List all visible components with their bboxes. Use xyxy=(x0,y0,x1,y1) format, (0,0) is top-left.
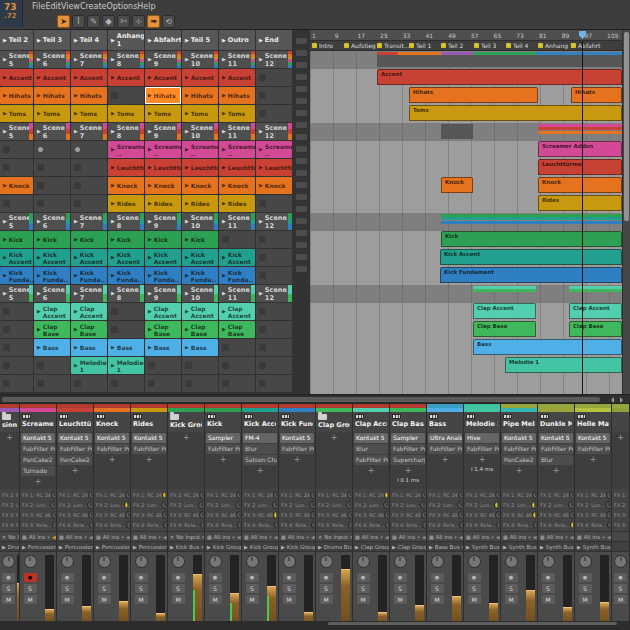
clip-cell[interactable]: ▶Accent xyxy=(108,69,144,86)
stop-button[interactable] xyxy=(74,200,81,207)
solo-button[interactable]: S xyxy=(320,584,333,593)
channel-header[interactable]: Leuchttürme xyxy=(57,412,93,432)
device-slot[interactable]: Kontakt 5 xyxy=(132,433,166,443)
group-scene-cell[interactable]: ▶Scene 9 xyxy=(145,123,181,140)
record-arm-button[interactable]: ● xyxy=(24,573,37,582)
input-routing-row[interactable]: ▦All ins▾◀ xyxy=(279,531,315,541)
cue-marker[interactable]: Teil 4 xyxy=(506,42,528,49)
arranger-clip[interactable]: Kick xyxy=(441,231,622,247)
cue-marker[interactable]: Abfahrt xyxy=(571,42,600,49)
volume-fader[interactable] xyxy=(489,555,498,624)
input-routing-row[interactable]: ▦All ins▾◀ xyxy=(464,531,500,541)
record-arm-button[interactable]: ● xyxy=(542,573,555,582)
send-knob[interactable] xyxy=(163,521,166,529)
clip-cell[interactable]: ▶Toms xyxy=(182,105,218,122)
input-routing-row[interactable]: ▦All ins▾◀ xyxy=(390,531,426,541)
monitor-speaker-icon[interactable]: ◀ xyxy=(570,534,574,540)
record-arm-button[interactable]: ● xyxy=(505,573,518,582)
clip-cell[interactable]: ▶Kick xyxy=(34,231,70,248)
eraser-tool-icon[interactable]: ◆ xyxy=(102,15,115,28)
empty-clip-slot[interactable] xyxy=(219,357,255,374)
menu-help[interactable]: Help xyxy=(137,2,155,11)
clip-cell[interactable]: ▶Clap Accent xyxy=(145,303,181,320)
group-scene-cell[interactable]: ▶Scene 10 xyxy=(182,51,218,68)
output-routing-row[interactable]: ▶Percussion▾ xyxy=(20,541,56,551)
input-routing-row[interactable]: ▦All ins▾◀ xyxy=(57,531,93,541)
volume-fader[interactable] xyxy=(526,555,535,624)
record-arm-button[interactable]: ● xyxy=(320,573,333,582)
device-slot[interactable]: Blur xyxy=(539,455,573,465)
device-slot[interactable]: PanCake2 xyxy=(502,455,536,465)
send-knob[interactable] xyxy=(88,491,92,499)
stop-button[interactable] xyxy=(3,326,10,333)
clip-cell[interactable]: ▶Hihats xyxy=(0,87,33,104)
cue-marker[interactable]: Teil 1 xyxy=(409,42,431,49)
device-slot[interactable]: Kontakt 5 xyxy=(58,433,92,443)
volume-fader[interactable] xyxy=(304,555,313,624)
output-routing-row[interactable] xyxy=(612,541,629,551)
clip-cell[interactable]: ▶Kick Funda.. xyxy=(0,267,33,284)
device-slot[interactable]: FabFilter Pro... xyxy=(58,444,92,454)
group-scene-cell[interactable]: ▶Scene 6 xyxy=(34,51,70,68)
device-slot[interactable]: Kontakt 5 xyxy=(354,433,388,443)
solo-button[interactable]: S xyxy=(2,584,15,593)
object-tool-icon[interactable]: ⊹ xyxy=(132,15,145,28)
row-stop-all-button[interactable] xyxy=(296,170,307,176)
channel-header[interactable]: Helle Materie xyxy=(575,412,611,432)
record-arm-button[interactable]: ● xyxy=(431,573,444,582)
clip-cell[interactable]: ▶Clap Base xyxy=(71,321,107,338)
scene-header[interactable]: ▶Teil 4 xyxy=(71,30,107,50)
clip-cell[interactable]: ▶Toms xyxy=(145,105,181,122)
pan-knob[interactable] xyxy=(579,555,592,568)
cue-marker[interactable]: Intro xyxy=(312,42,333,49)
device-slot[interactable]: FabFilter Pro... xyxy=(95,444,129,454)
input-routing-row[interactable]: ▦All ins▾◀ xyxy=(94,531,130,541)
device-slot[interactable]: FabFilter Pro... xyxy=(391,444,425,454)
output-routing-row[interactable]: ▶Percussion▾ xyxy=(94,541,130,551)
send-knob[interactable] xyxy=(494,501,499,509)
group-scene-cell[interactable]: ▶Scene 12 xyxy=(256,213,292,230)
empty-clip-slot[interactable] xyxy=(256,339,292,356)
add-device-button[interactable]: + xyxy=(575,455,611,464)
empty-clip-slot[interactable] xyxy=(219,375,255,392)
channel-header[interactable]: Kick xyxy=(205,412,241,432)
row-stop-all-button[interactable] xyxy=(296,146,307,152)
row-stop-all-button[interactable] xyxy=(296,38,307,44)
clip-cell[interactable]: ▶Kick Accent xyxy=(219,249,255,266)
group-scene-cell[interactable]: ▶Scene 9 xyxy=(145,285,181,302)
empty-clip-slot[interactable] xyxy=(256,357,292,374)
empty-clip-slot[interactable] xyxy=(108,321,144,338)
record-arm-button[interactable]: ● xyxy=(209,573,222,582)
volume-fader[interactable] xyxy=(452,555,461,624)
stop-button[interactable] xyxy=(37,182,44,189)
volume-fader[interactable] xyxy=(267,555,276,624)
empty-clip-slot[interactable] xyxy=(0,321,33,338)
send-knob[interactable] xyxy=(236,511,240,519)
stop-button[interactable] xyxy=(74,164,81,171)
mixer-scrollbar[interactable] xyxy=(0,621,630,626)
stop-button[interactable] xyxy=(185,380,192,387)
row-stop-all-button[interactable] xyxy=(296,122,307,128)
solo-button[interactable]: S xyxy=(283,584,296,593)
send-knob[interactable] xyxy=(459,521,462,529)
stop-button[interactable] xyxy=(259,344,266,351)
clip-cell[interactable]: ▶Screamer .. xyxy=(108,141,144,158)
arranger-clip[interactable]: Knock xyxy=(538,177,622,193)
group-scene-cell[interactable]: ▶Scene 12 xyxy=(256,123,292,140)
group-scene-cell[interactable]: ▶Scene 6 xyxy=(34,213,70,230)
stop-button[interactable] xyxy=(74,380,81,387)
add-device-button[interactable]: + xyxy=(501,466,537,475)
channel-header[interactable]: Melodie 1 xyxy=(464,412,500,432)
clip-cell[interactable]: ▶Accent xyxy=(71,69,107,86)
empty-clip-slot[interactable] xyxy=(71,141,107,158)
device-slot[interactable]: Sampler xyxy=(391,433,425,443)
clip-cell[interactable]: ▶Bass xyxy=(71,339,107,356)
channel-header[interactable]: Dunkle Materie xyxy=(538,412,574,432)
send-knob[interactable] xyxy=(458,511,462,519)
clip-cell[interactable]: ▶Rides xyxy=(219,195,255,212)
group-scene-cell[interactable]: ▶Scene 7 xyxy=(71,123,107,140)
clip-cell[interactable]: ▶Hihats xyxy=(182,87,218,104)
pan-knob[interactable] xyxy=(61,555,74,568)
pointer-tool-icon[interactable]: ➤ xyxy=(57,15,70,28)
send-knob[interactable] xyxy=(237,521,240,529)
